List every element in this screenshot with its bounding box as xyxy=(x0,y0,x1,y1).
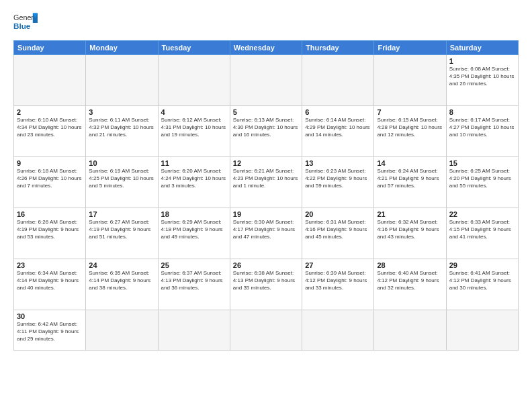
day-number: 10 xyxy=(89,159,154,167)
calendar-cell xyxy=(86,55,158,106)
calendar-cell: 7Sunrise: 6:15 AM Sunset: 4:28 PM Daylig… xyxy=(374,106,446,157)
calendar-cell: 15Sunrise: 6:25 AM Sunset: 4:20 PM Dayli… xyxy=(446,157,518,208)
day-number: 8 xyxy=(449,108,515,116)
day-info: Sunrise: 6:12 AM Sunset: 4:31 PM Dayligh… xyxy=(161,117,227,138)
day-info: Sunrise: 6:31 AM Sunset: 4:16 PM Dayligh… xyxy=(305,219,371,240)
day-number: 17 xyxy=(89,210,154,218)
calendar-page: General Blue SundayMondayTuesdayWednesda… xyxy=(0,0,532,411)
day-number: 26 xyxy=(233,261,299,269)
calendar-cell: 23Sunrise: 6:34 AM Sunset: 4:14 PM Dayli… xyxy=(14,259,86,310)
calendar-cell: 17Sunrise: 6:27 AM Sunset: 4:19 PM Dayli… xyxy=(86,208,158,259)
day-info: Sunrise: 6:39 AM Sunset: 4:12 PM Dayligh… xyxy=(305,270,371,291)
day-info: Sunrise: 6:27 AM Sunset: 4:19 PM Dayligh… xyxy=(89,219,154,240)
calendar-cell: 22Sunrise: 6:33 AM Sunset: 4:15 PM Dayli… xyxy=(446,208,518,259)
day-info: Sunrise: 6:37 AM Sunset: 4:13 PM Dayligh… xyxy=(161,270,227,291)
day-number: 27 xyxy=(305,261,371,269)
weekday-header-thursday: Thursday xyxy=(302,41,374,55)
day-number: 24 xyxy=(89,261,154,269)
day-info: Sunrise: 6:40 AM Sunset: 4:12 PM Dayligh… xyxy=(377,270,443,291)
week-row-2: 2Sunrise: 6:10 AM Sunset: 4:34 PM Daylig… xyxy=(14,106,519,157)
day-number: 23 xyxy=(17,261,83,269)
week-row-1: 1Sunrise: 6:08 AM Sunset: 4:35 PM Daylig… xyxy=(14,55,519,106)
day-info: Sunrise: 6:10 AM Sunset: 4:34 PM Dayligh… xyxy=(17,117,83,138)
day-number: 22 xyxy=(449,210,515,218)
day-info: Sunrise: 6:17 AM Sunset: 4:27 PM Dayligh… xyxy=(449,117,515,138)
calendar-cell xyxy=(14,55,86,106)
calendar-cell: 26Sunrise: 6:38 AM Sunset: 4:13 PM Dayli… xyxy=(230,259,302,310)
svg-text:Blue: Blue xyxy=(13,21,31,30)
day-info: Sunrise: 6:42 AM Sunset: 4:11 PM Dayligh… xyxy=(17,321,83,342)
day-number: 16 xyxy=(17,210,83,218)
week-row-6: 30Sunrise: 6:42 AM Sunset: 4:11 PM Dayli… xyxy=(14,310,519,351)
calendar-cell xyxy=(230,55,302,106)
day-info: Sunrise: 6:08 AM Sunset: 4:35 PM Dayligh… xyxy=(449,66,515,87)
calendar-cell xyxy=(158,55,230,106)
day-info: Sunrise: 6:20 AM Sunset: 4:24 PM Dayligh… xyxy=(161,168,227,189)
day-number: 9 xyxy=(17,159,83,167)
calendar-cell xyxy=(302,55,374,106)
day-number: 5 xyxy=(233,108,299,116)
day-number: 11 xyxy=(161,159,227,167)
header: General Blue xyxy=(13,11,519,35)
day-info: Sunrise: 6:26 AM Sunset: 4:19 PM Dayligh… xyxy=(17,219,83,240)
day-info: Sunrise: 6:30 AM Sunset: 4:17 PM Dayligh… xyxy=(233,219,299,240)
day-info: Sunrise: 6:21 AM Sunset: 4:23 PM Dayligh… xyxy=(233,168,299,189)
day-info: Sunrise: 6:35 AM Sunset: 4:14 PM Dayligh… xyxy=(89,270,154,291)
day-info: Sunrise: 6:32 AM Sunset: 4:16 PM Dayligh… xyxy=(377,219,443,240)
day-number: 14 xyxy=(377,159,443,167)
day-number: 15 xyxy=(449,159,515,167)
calendar-cell xyxy=(86,310,158,351)
day-info: Sunrise: 6:34 AM Sunset: 4:14 PM Dayligh… xyxy=(17,270,83,291)
calendar-cell: 11Sunrise: 6:20 AM Sunset: 4:24 PM Dayli… xyxy=(158,157,230,208)
calendar-cell: 14Sunrise: 6:24 AM Sunset: 4:21 PM Dayli… xyxy=(374,157,446,208)
calendar-cell: 9Sunrise: 6:18 AM Sunset: 4:26 PM Daylig… xyxy=(14,157,86,208)
day-number: 7 xyxy=(377,108,443,116)
day-number: 6 xyxy=(305,108,371,116)
calendar-cell: 30Sunrise: 6:42 AM Sunset: 4:11 PM Dayli… xyxy=(14,310,86,351)
calendar-cell: 1Sunrise: 6:08 AM Sunset: 4:35 PM Daylig… xyxy=(446,55,518,106)
calendar-cell: 4Sunrise: 6:12 AM Sunset: 4:31 PM Daylig… xyxy=(158,106,230,157)
calendar-cell xyxy=(374,310,446,351)
weekday-header-sunday: Sunday xyxy=(14,41,86,55)
weekday-header-monday: Monday xyxy=(86,41,158,55)
day-number: 21 xyxy=(377,210,443,218)
calendar-cell: 27Sunrise: 6:39 AM Sunset: 4:12 PM Dayli… xyxy=(302,259,374,310)
day-info: Sunrise: 6:41 AM Sunset: 4:12 PM Dayligh… xyxy=(449,270,515,291)
calendar-cell xyxy=(446,310,518,351)
day-info: Sunrise: 6:29 AM Sunset: 4:18 PM Dayligh… xyxy=(161,219,227,240)
week-row-5: 23Sunrise: 6:34 AM Sunset: 4:14 PM Dayli… xyxy=(14,259,519,310)
day-info: Sunrise: 6:33 AM Sunset: 4:15 PM Dayligh… xyxy=(449,219,515,240)
day-info: Sunrise: 6:24 AM Sunset: 4:21 PM Dayligh… xyxy=(377,168,443,189)
weekday-header-saturday: Saturday xyxy=(446,41,518,55)
day-number: 19 xyxy=(233,210,299,218)
calendar-cell xyxy=(374,55,446,106)
day-number: 3 xyxy=(89,108,154,116)
day-info: Sunrise: 6:23 AM Sunset: 4:22 PM Dayligh… xyxy=(305,168,371,189)
day-number: 20 xyxy=(305,210,371,218)
day-info: Sunrise: 6:18 AM Sunset: 4:26 PM Dayligh… xyxy=(17,168,83,189)
day-number: 2 xyxy=(17,108,83,116)
week-row-4: 16Sunrise: 6:26 AM Sunset: 4:19 PM Dayli… xyxy=(14,208,519,259)
calendar-cell: 2Sunrise: 6:10 AM Sunset: 4:34 PM Daylig… xyxy=(14,106,86,157)
day-number: 13 xyxy=(305,159,371,167)
calendar-cell: 5Sunrise: 6:13 AM Sunset: 4:30 PM Daylig… xyxy=(230,106,302,157)
calendar-cell xyxy=(158,310,230,351)
calendar-cell xyxy=(230,310,302,351)
calendar-cell: 28Sunrise: 6:40 AM Sunset: 4:12 PM Dayli… xyxy=(374,259,446,310)
day-info: Sunrise: 6:11 AM Sunset: 4:32 PM Dayligh… xyxy=(89,117,154,138)
weekday-header-friday: Friday xyxy=(374,41,446,55)
calendar-cell: 6Sunrise: 6:14 AM Sunset: 4:29 PM Daylig… xyxy=(302,106,374,157)
day-info: Sunrise: 6:14 AM Sunset: 4:29 PM Dayligh… xyxy=(305,117,371,138)
logo-icon: General Blue xyxy=(13,11,38,35)
calendar-cell: 12Sunrise: 6:21 AM Sunset: 4:23 PM Dayli… xyxy=(230,157,302,208)
day-number: 30 xyxy=(17,312,83,320)
day-number: 12 xyxy=(233,159,299,167)
calendar-cell: 19Sunrise: 6:30 AM Sunset: 4:17 PM Dayli… xyxy=(230,208,302,259)
calendar-cell: 16Sunrise: 6:26 AM Sunset: 4:19 PM Dayli… xyxy=(14,208,86,259)
calendar-cell: 8Sunrise: 6:17 AM Sunset: 4:27 PM Daylig… xyxy=(446,106,518,157)
day-info: Sunrise: 6:38 AM Sunset: 4:13 PM Dayligh… xyxy=(233,270,299,291)
day-number: 4 xyxy=(161,108,227,116)
calendar-cell: 3Sunrise: 6:11 AM Sunset: 4:32 PM Daylig… xyxy=(86,106,158,157)
day-info: Sunrise: 6:15 AM Sunset: 4:28 PM Dayligh… xyxy=(377,117,443,138)
day-info: Sunrise: 6:25 AM Sunset: 4:20 PM Dayligh… xyxy=(449,168,515,189)
